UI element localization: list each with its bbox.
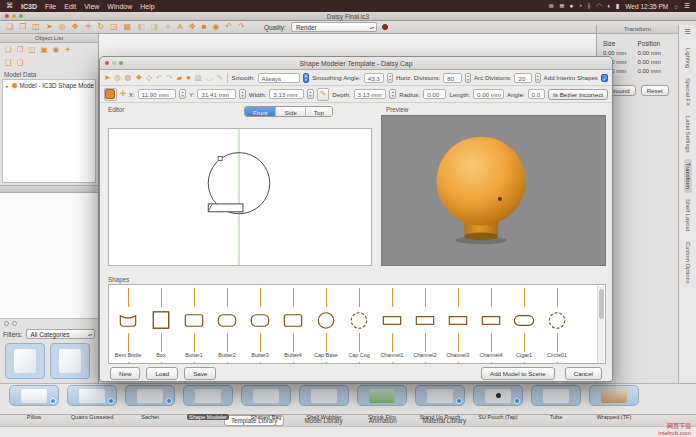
select-icon[interactable]: ➤	[46, 23, 53, 31]
stepper[interactable]	[179, 89, 186, 99]
bezier-icon[interactable]: ▨	[195, 74, 202, 82]
smoothing-angle-input[interactable]: 43.3	[364, 73, 384, 83]
width-input[interactable]: 3.13 mm	[269, 89, 304, 99]
shape-tile[interactable]	[179, 363, 209, 364]
camera-icon[interactable]: ◉	[212, 23, 219, 31]
undo-icon[interactable]: ↶	[225, 23, 232, 31]
menu-item[interactable]: View	[84, 3, 99, 10]
hamburger-menu-icon[interactable]: ☰	[684, 28, 690, 36]
quality-select[interactable]: Render ▴▾	[291, 22, 377, 32]
arc-icon[interactable]: ◡	[206, 74, 213, 82]
depth-input[interactable]: 3.13 mm	[354, 89, 387, 99]
point-icon[interactable]: ●	[186, 74, 191, 82]
star-icon[interactable]: ★	[164, 23, 171, 31]
side-tab[interactable]: Custom Options	[684, 238, 692, 288]
add-model-to-scene-button[interactable]: Add Model to Scene	[481, 367, 555, 380]
menu-item[interactable]: Edit	[64, 3, 76, 10]
y-input[interactable]: 31.41 mm	[197, 89, 236, 99]
clock-icon[interactable]: ◔	[578, 2, 582, 10]
template-item[interactable]: Stand Up Pouch	[414, 385, 466, 414]
template-item[interactable]: SU Pouch (Tap)	[472, 385, 524, 414]
shape-channel4[interactable]: Channel4	[476, 289, 506, 358]
move-icon[interactable]: ✛	[85, 23, 92, 31]
exclude-icon[interactable]: ⊗	[548, 2, 553, 10]
dot-icon[interactable]: ●	[569, 2, 573, 10]
shape-tile[interactable]	[542, 363, 572, 364]
shape-tile[interactable]	[410, 363, 440, 364]
pen-tool-button[interactable]: ✎	[317, 88, 330, 101]
mixer-icon[interactable]: ≣	[559, 2, 564, 10]
shape-tile[interactable]	[278, 363, 308, 364]
folder-icon[interactable]: ❑	[17, 58, 24, 67]
record-icon[interactable]	[382, 24, 388, 30]
select-icon[interactable]: ➤	[104, 74, 110, 82]
shape-tile[interactable]	[344, 363, 374, 364]
zoom-icon[interactable]: ◎	[59, 23, 66, 31]
menu-item[interactable]: File	[45, 3, 56, 10]
length-input[interactable]: 0.00 mm	[473, 89, 504, 99]
add-interim-shapes-checkbox[interactable]	[601, 74, 608, 82]
stepper[interactable]	[387, 73, 393, 83]
shape-butter4[interactable]: Butter4	[278, 289, 308, 358]
save-button[interactable]: Save	[184, 367, 216, 380]
panel-button-icon[interactable]	[12, 321, 17, 326]
open-icon[interactable]: ❒	[17, 45, 24, 54]
cancel-button[interactable]: Cancel	[565, 367, 602, 380]
camera-icon[interactable]: ◉	[53, 45, 60, 54]
shape-cap-cog[interactable]: Cap Cog	[344, 289, 374, 358]
shape-tile[interactable]	[509, 363, 539, 364]
move-point-icon[interactable]: ✛	[120, 90, 126, 98]
shape-butter2[interactable]: Butter2	[212, 289, 242, 358]
profile-editor-canvas[interactable]	[108, 128, 372, 266]
template-item[interactable]: Pillow	[8, 385, 60, 414]
template-item[interactable]: Shaped Bag	[240, 385, 292, 414]
view-tab[interactable]: Top	[306, 107, 332, 116]
bluetooth-icon[interactable]: ᛒ	[587, 2, 591, 10]
shape-bent-bottle[interactable]: Bent Bottle	[113, 289, 143, 358]
template-item[interactable]: Shelf Wobbler	[298, 385, 350, 414]
shape-channel3[interactable]: Channel3	[443, 289, 473, 358]
side-tab[interactable]: Shelf Layout	[684, 195, 692, 235]
open-icon[interactable]: ❒	[19, 23, 26, 31]
arc-divisions-input[interactable]: 20	[514, 73, 531, 83]
bezier-incorrect-button[interactable]: Is Bezier Incorrect	[548, 89, 608, 100]
shape-tile[interactable]	[476, 363, 506, 364]
angle-input[interactable]: 0.0	[528, 89, 546, 99]
eyedropper-icon[interactable]: ❖	[135, 74, 142, 82]
save-icon[interactable]: ◫	[32, 23, 40, 31]
view-tab[interactable]: Front	[245, 107, 276, 116]
new-button[interactable]: New	[110, 367, 140, 380]
shape-tile[interactable]	[377, 363, 407, 364]
template-item[interactable]: Tube	[530, 385, 582, 414]
library-thumbnail[interactable]	[5, 343, 45, 379]
wifi-icon[interactable]: ◠	[596, 2, 602, 10]
save-icon[interactable]: ◫	[28, 45, 35, 54]
rotate-icon[interactable]: ↻	[97, 23, 104, 31]
position-value[interactable]: 0.00 mm	[638, 59, 673, 65]
smooth-select[interactable]: Always	[258, 73, 300, 83]
shape-circle01[interactable]: Circle01	[542, 289, 572, 358]
paint-icon[interactable]: ❖	[72, 23, 79, 31]
color-swatch-button[interactable]	[104, 88, 117, 101]
stepper[interactable]	[465, 73, 471, 83]
shape-box[interactable]: Box	[146, 289, 176, 358]
menu-item[interactable]: IC3D	[21, 3, 37, 10]
load-button[interactable]: Load	[146, 367, 178, 380]
folder-icon[interactable]: ❑	[5, 58, 12, 67]
side-tab[interactable]: Lighting	[684, 44, 692, 72]
position-value[interactable]: 0.00 mm	[638, 50, 673, 56]
volume-icon[interactable]: ◖	[607, 2, 611, 10]
radius-input[interactable]: 0.00	[423, 89, 446, 99]
new-file-icon[interactable]: ❏	[5, 45, 12, 54]
x-input[interactable]: 11.90 mm	[138, 89, 177, 99]
stepper[interactable]	[307, 89, 314, 99]
template-item[interactable]: Sachet	[124, 385, 176, 414]
template-item[interactable]: Quatro Gusseted	[66, 385, 118, 414]
shape-channel1[interactable]: Channel1	[377, 289, 407, 358]
template-item[interactable]: Shrink Film	[356, 385, 408, 414]
shape-tile[interactable]	[443, 363, 473, 364]
shape-tile[interactable]	[146, 363, 176, 364]
notification-center-icon[interactable]: ☰	[684, 2, 690, 10]
stepper[interactable]	[535, 73, 541, 83]
shape-cigar1[interactable]: Cigar1	[509, 289, 539, 358]
